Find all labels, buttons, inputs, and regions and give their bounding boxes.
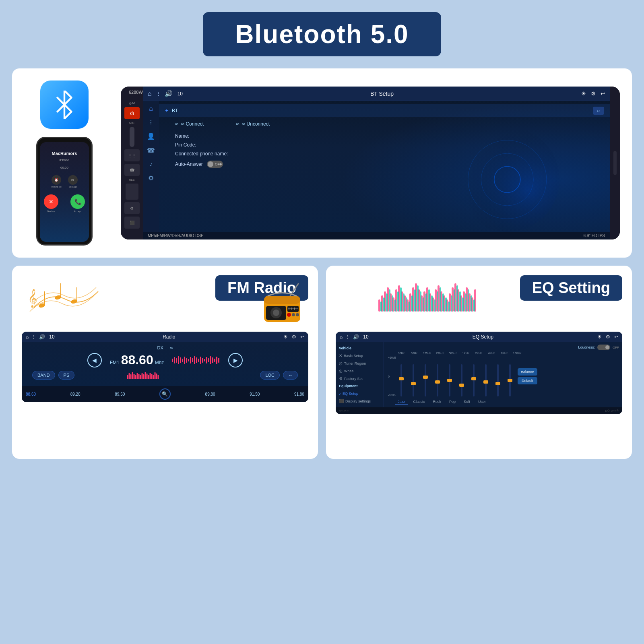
freq-item-1[interactable]: 88.60 [26,392,36,396]
eq-slider-250hz[interactable] [431,364,444,396]
eq-mode-user[interactable]: User [476,399,488,405]
message-icon: ✉ [71,178,74,182]
eq-back-icon[interactable]: ↩ [614,334,618,340]
eq-nav-eq-setup[interactable]: ♪ EQ Setup [336,390,384,397]
freq-item-3[interactable]: 89.50 [115,392,125,396]
unconnect-button[interactable]: ∞ ∞ Unconnect [236,121,270,127]
fm-back-icon[interactable]: ↩ [300,334,304,340]
fm-home-icon[interactable]: ⌂ [26,334,29,340]
bt-left-panel: MacRumors iPhone 00:00 ⏰ Remind Me ✉ [24,80,105,246]
svg-rect-63 [150,373,151,379]
svg-rect-120 [425,293,427,312]
eq-freq-1khz: 1KHz [460,352,472,355]
fm-next-button[interactable]: ▶ [228,353,243,367]
fm-settings-icon[interactable]: ⚙ [292,334,296,340]
svg-rect-122 [431,295,433,312]
fm-controls: ◀ FM1 88.60 Mhz [28,353,302,367]
eq-slider-16khz[interactable] [504,364,516,396]
eq-brightness-icon[interactable]: ☀ [597,334,602,340]
back-icon[interactable]: ↩ [601,91,605,97]
svg-rect-116 [414,289,416,312]
freq-item-4[interactable]: 89.80 [205,392,215,396]
eq-default-button[interactable]: Default [518,377,537,384]
nav-phone-icon[interactable]: ☎ [147,147,155,154]
fm-vol-icon[interactable]: 🔊 [39,334,45,340]
eq-mode-pop[interactable]: Pop [447,399,458,405]
fm-search-button[interactable]: 🔍 [159,388,171,400]
eq-nav-display[interactable]: ⬛ Display settings [336,397,384,405]
fm-screen: ⌂ ⫶ 🔊 10 Radio ☀ ⚙ ↩ DX ∞ ◀ [22,332,308,402]
eq-loudness-label: Loudness: [578,345,595,349]
settings-icon[interactable]: ⚙ [591,91,596,97]
eq-icon[interactable]: ⫶ [157,90,160,97]
brightness-icon[interactable]: ☀ [581,91,586,97]
phone-btn[interactable]: ☎ [124,164,140,176]
eq-eq-icon[interactable]: ⫶ [347,334,349,340]
svg-rect-114 [409,301,410,312]
fm-scan-button[interactable]: ↔ [283,371,298,380]
svg-rect-62 [148,375,149,379]
fm-loc-button[interactable]: LOC [260,371,280,380]
eq-settings-icon[interactable]: ⚙ [606,334,610,340]
fm-brightness-icon[interactable]: ☀ [283,334,288,340]
fm-prev-button[interactable]: ◀ [87,353,102,367]
nav-settings-icon[interactable]: ⫶ [149,119,153,126]
eq-slider-1khz[interactable] [456,364,468,396]
power-button[interactable]: ⏻ [124,107,140,119]
connect-button[interactable]: ∞ ∞ Connect [175,121,204,127]
eq-nav-basic-setup[interactable]: ✕ Basic Setup [336,352,384,359]
svg-rect-112 [403,293,405,312]
eq-mode-classic[interactable]: Classic [411,399,427,405]
decline-button[interactable]: ✕ [44,194,58,209]
eq-vol-icon[interactable]: 🔊 [353,334,359,340]
nav-gear-icon[interactable]: ⚙ [148,174,154,182]
svg-rect-124 [437,291,438,312]
eq-slider-60hz[interactable] [407,364,419,396]
svg-rect-35 [192,358,193,362]
eq-db-zero: 0 [388,375,396,378]
fm-ps-button[interactable]: PS [58,371,75,380]
nav-contacts-icon[interactable]: 👤 [147,132,155,140]
freq-item-2[interactable]: 89.20 [70,392,80,396]
svg-rect-111 [400,287,402,312]
freq-item-5[interactable]: 91.50 [250,392,260,396]
eq-slider-500hz[interactable] [444,364,456,396]
bt-setup-content: ✦ BT ↩ ∞ ∞ Connect ∞ [159,101,610,232]
message-icon-box: ✉ [68,175,78,185]
bt-back-button[interactable]: ↩ [593,107,604,115]
svg-rect-123 [434,299,436,312]
radio-image-area [260,282,304,328]
menu-button[interactable]: ⋮⋮ [124,149,140,161]
nav-home-icon[interactable]: ⌂ [149,105,153,112]
car-unit-display: 6288W ⏻/M ⏻ MIC ⋮⋮ ☎ RES ⚙ ⬛ [121,87,620,239]
eq-slider-2khz[interactable] [468,364,480,396]
eq-mode-jazz[interactable]: Jazz [395,399,408,405]
freq-item-6[interactable]: 91.80 [294,392,304,396]
volume-icon[interactable]: 🔊 [165,90,173,97]
fm-band-button[interactable]: BAND [32,371,55,380]
auto-answer-toggle[interactable]: OFF [207,161,223,168]
eq-nav-tuner[interactable]: ◎ Tuner Region [336,359,384,367]
decline-label: Decline [47,210,55,213]
accept-button[interactable]: 📞 [70,194,85,209]
remind-icon: ⏰ [54,178,58,182]
eq-nav-factory[interactable]: ⚙ Factory Set [336,375,384,382]
eq-slider-30hz[interactable] [395,364,407,396]
eq-balance-button[interactable]: Balance [518,368,537,376]
eq-slider-8khz[interactable] [492,364,504,396]
eq-home-icon[interactable]: ⌂ [340,334,343,340]
settings-btn[interactable]: ⚙ [124,202,140,214]
eq-title-area: EQ Setting [520,275,622,301]
eq-nav-wheel[interactable]: ◎ Wheel [336,367,384,375]
fm-eq-icon[interactable]: ⫶ [33,334,35,340]
svg-rect-44 [210,356,211,364]
display-btn[interactable]: ⬛ [124,217,140,229]
eq-slider-4khz[interactable] [480,364,492,396]
eq-loudness-toggle[interactable] [597,345,610,350]
nav-music-icon[interactable]: ♪ [149,161,153,168]
eq-mode-soft[interactable]: Soft [461,399,473,405]
eq-mode-rock[interactable]: Rock [431,399,444,405]
connect-icon: ∞ [175,121,179,127]
eq-slider-125hz[interactable] [419,364,431,396]
home-icon[interactable]: ⌂ [148,90,152,97]
